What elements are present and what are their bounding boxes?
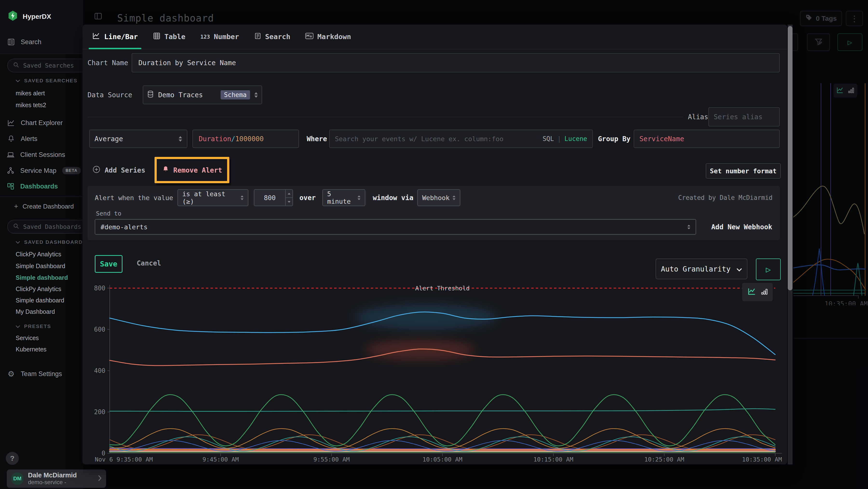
dashboard-item[interactable]: Simple dashboard [16,297,64,304]
select-chevrons-icon [687,225,690,229]
where-label: Where [307,130,327,148]
run-chart-button[interactable]: ▷ [756,259,781,280]
duration-chart[interactable]: 0200400600800Nov 6 9:35:00 AM9:45:00 AM9… [88,280,782,463]
saved-search-item[interactable]: mikes tets2 [16,102,46,109]
chart-line-icon [7,119,15,127]
modal-scrollbar[interactable] [788,25,793,464]
svg-text:600: 600 [94,326,105,333]
window-via-label: window via [373,189,413,206]
alert-channel-select[interactable]: Webhook [417,189,460,206]
duration-chart-svg: 0200400600800Nov 6 9:35:00 AM9:45:00 AM9… [88,280,782,463]
svg-text:9:55:00 AM: 9:55:00 AM [313,456,350,463]
sidebar-item-chart-explorer[interactable]: Chart Explorer [7,119,63,127]
preset-item[interactable]: Kubernetes [16,346,46,353]
data-source-label: Data Source [88,85,132,104]
send-to-select[interactable]: #demo-alerts [95,219,696,235]
user-card[interactable]: DM Dale McDiarmid demo-service - [7,469,106,488]
sidebar-item-team-settings[interactable]: ⚙ Team Settings [7,369,62,378]
markdown-icon [305,33,313,41]
svg-text:10:05:00 AM: 10:05:00 AM [423,456,462,463]
saved-searches-header[interactable]: SAVED SEARCHES [16,78,78,84]
select-chevrons-icon [241,196,244,200]
group-by-input[interactable]: ServiceName [633,130,780,148]
sidebar-item-client-sessions[interactable]: Client Sessions [7,151,65,159]
schema-badge: Schema [221,90,250,99]
where-search-input[interactable]: Search your events w/ Lucene ex. column:… [329,130,593,148]
svg-text:10:15:00 AM: 10:15:00 AM [533,456,574,463]
chart-type-toggle[interactable] [742,283,773,301]
saved-searches-input[interactable]: Saved Searches [7,59,94,73]
tab-number[interactable]: 123 Number [200,25,239,49]
plus-circle-icon [93,166,100,175]
query-language-toggle[interactable]: SQL | Lucene [542,135,587,142]
preset-item[interactable]: Services [16,335,39,342]
sidebar-item-search[interactable]: Search [7,38,41,46]
series-divider [88,117,683,117]
play-icon: ▷ [766,264,771,274]
add-new-webhook-button[interactable]: Add New Webhook [711,219,772,235]
granularity-select[interactable]: Auto Granularity [656,259,747,279]
add-series-button[interactable]: Add Series [93,161,145,179]
search-icon [13,62,19,69]
dashboard-item[interactable]: ClickPy Analytics [16,286,61,292]
hyperdx-logo-icon [8,10,18,23]
series-alias-input[interactable]: Series alias [708,107,780,126]
alert-window-select[interactable]: 5 minute [322,189,365,206]
gear-icon: ⚙ [7,369,15,378]
laptop-icon [7,151,14,159]
dashboard-item[interactable]: Simple Dashboard [16,263,65,269]
select-chevrons-icon [179,136,182,142]
send-to-label: Send to [96,210,121,217]
remove-alert-button[interactable]: Remove Alert [159,161,225,179]
avatar: DM [11,472,24,485]
saved-search-item[interactable]: mikes alert [16,90,45,97]
scrollbar-thumb[interactable] [788,26,793,290]
dashboard-item[interactable]: My Dashboard [16,308,55,315]
svg-text:400: 400 [94,367,105,374]
alert-condition-select[interactable]: is at least (≥) [178,189,248,206]
database-icon [147,90,154,99]
brand-logo[interactable]: HyperDX [8,10,51,23]
chart-edit-modal: Line/Bar Table 123 Number [83,25,787,464]
sidebar-item-service-map[interactable]: Service Map BETA [7,167,81,174]
dashboards-grid-icon [7,182,14,190]
select-chevrons-icon [358,196,361,200]
svg-text:800: 800 [94,285,105,292]
field-expression-input[interactable]: Duration/1000000 [192,130,299,148]
alert-threshold-input[interactable]: 800 [254,189,293,206]
saved-dashboards-input[interactable]: Saved Dashboards [7,220,94,234]
tab-markdown[interactable]: Markdown [305,25,351,49]
tab-line-bar[interactable]: Line/Bar [92,25,138,49]
svg-text:9:45:00 AM: 9:45:00 AM [203,456,239,463]
select-chevrons-icon [453,196,456,200]
service-map-icon [7,167,14,174]
sidebar-item-alerts[interactable]: Alerts [7,135,37,143]
document-list-icon [7,38,15,46]
presets-header[interactable]: PRESETS [16,323,51,329]
table-icon [153,32,161,41]
chevron-right-icon [97,475,102,483]
select-chevrons-icon [254,92,258,98]
chart-type-tabs: Line/Bar Table 123 Number [83,25,787,49]
svg-text:10:25:00 AM: 10:25:00 AM [644,456,684,463]
number-stepper[interactable] [285,190,292,206]
dashboard-item[interactable]: ClickPy Analytics [16,251,61,258]
chevron-down-icon [16,323,20,329]
tab-table[interactable]: Table [153,25,185,49]
svg-text:10:35:00 AM: 10:35:00 AM [742,456,782,463]
aggregation-select[interactable]: Average [89,130,187,148]
user-name: Dale McDiarmid [28,472,93,479]
data-source-select[interactable]: Demo Traces Schema [143,85,262,104]
tab-search[interactable]: Search [254,25,290,49]
svg-text:Nov 6 9:35:00 AM: Nov 6 9:35:00 AM [95,456,153,463]
line-chart-icon [92,32,100,41]
help-button[interactable]: ? [6,452,19,465]
dashboard-item-active[interactable]: Simple dashboard [16,274,68,281]
chart-name-input[interactable]: Duration by Service Name [132,53,780,73]
set-number-format-button[interactable]: Set number format [706,163,781,179]
create-dashboard-button[interactable]: + Create Dashboard [14,202,74,210]
saved-dashboards-header[interactable]: SAVED DASHBOARDS [16,239,87,245]
sidebar-item-dashboards[interactable]: Dashboards [7,182,58,190]
save-button[interactable]: Save [95,255,123,273]
cancel-button[interactable]: Cancel [137,255,161,271]
